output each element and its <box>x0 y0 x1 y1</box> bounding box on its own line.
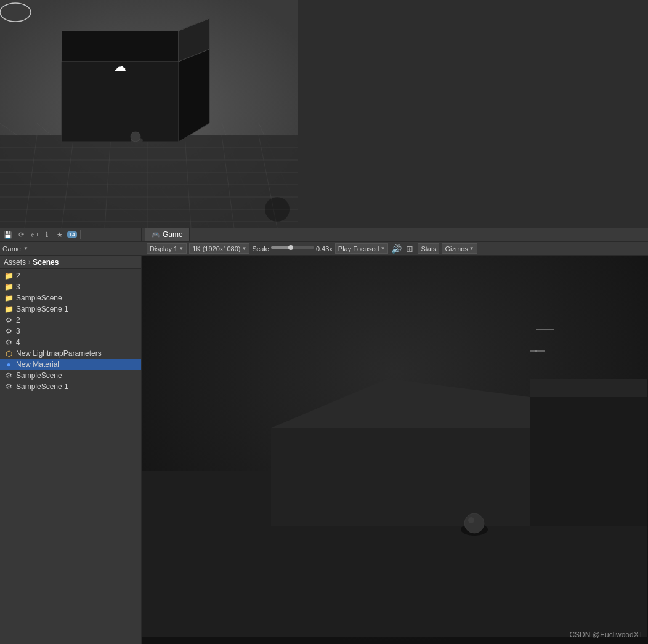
left-panel: Assets › Scenes 📁 2 📁 3 📁 SampleScene 📁 … <box>0 256 142 644</box>
svg-point-39 <box>265 197 290 222</box>
resolution-dropdown[interactable]: 1K (1920x1080) ▼ <box>189 243 249 254</box>
file-item-name: 4 <box>16 338 20 347</box>
combined-toolbar: 💾 ⟳ 🏷 ℹ ★ 14 🎮 Game <box>0 228 648 242</box>
grid-icon[interactable]: ⊞ <box>404 243 415 254</box>
info-icon[interactable]: ℹ <box>41 229 52 240</box>
svg-point-51 <box>468 517 474 523</box>
file-item-name: SampleScene 1 <box>16 382 68 391</box>
file-item-name: SampleScene 1 <box>16 305 68 313</box>
display-arrow: ▼ <box>179 246 184 251</box>
right-panel: CSDN @EucliwoodXT <box>142 256 648 644</box>
file-item-name: 3 <box>16 283 20 291</box>
svg-marker-44 <box>271 428 530 526</box>
svg-point-50 <box>464 513 484 533</box>
resolution-label: 1K (1920x1080) <box>192 245 240 252</box>
breadcrumb-sep: › <box>28 259 30 265</box>
list-item[interactable]: ⚙ SampleScene 1 <box>0 381 141 392</box>
slider-fill <box>271 246 290 249</box>
list-item[interactable]: ⚙ SampleScene <box>0 370 141 381</box>
badge-count: 14 <box>67 231 77 238</box>
game-tab-label: Game <box>163 230 183 239</box>
play-focused-button[interactable]: Play Focused ▼ <box>335 243 389 254</box>
file-item-name: New LightmapParameters <box>16 349 102 358</box>
settings-icon: ⚙ <box>4 337 14 347</box>
game-toolbar: Game ▼ Display 1 ▼ 1K (1920x1080) ▼ Scal… <box>0 242 648 256</box>
scale-slider[interactable] <box>271 246 314 251</box>
top-section: ☁ <box>0 0 648 228</box>
list-item[interactable]: 📁 2 <box>0 270 141 281</box>
file-item-name: SampleScene <box>16 371 62 380</box>
file-item-name: New Material <box>16 360 59 369</box>
scale-value: 0.43x <box>316 245 333 252</box>
toolbar-left: 💾 ⟳ 🏷 ℹ ★ 14 <box>0 228 142 241</box>
list-item[interactable]: ⚙ 4 <box>0 337 141 348</box>
save-icon[interactable]: 💾 <box>2 229 14 240</box>
folder-icon: 📁 <box>4 293 14 303</box>
svg-marker-32 <box>62 31 179 62</box>
svg-marker-47 <box>530 379 647 397</box>
refresh-icon[interactable]: ⟳ <box>15 229 26 240</box>
folder-icon: 📁 <box>4 271 14 281</box>
settings-icon: ⚙ <box>4 315 14 325</box>
display-label: Display 1 <box>150 245 177 252</box>
scale-area: Scale 0.43x <box>252 245 332 252</box>
audio-icon[interactable]: 🔊 <box>391 243 402 254</box>
list-item-selected[interactable]: ● New Material <box>0 359 141 370</box>
bookmark-icon[interactable]: 🏷 <box>28 229 39 240</box>
list-item[interactable]: ⚙ 2 <box>0 315 141 326</box>
main-section: Assets › Scenes 📁 2 📁 3 📁 SampleScene 📁 … <box>0 256 648 644</box>
more-options-icon[interactable]: ⋯ <box>480 243 491 254</box>
folder-icon: 📁 <box>4 304 14 314</box>
scale-label: Scale <box>252 245 269 252</box>
file-item-name: 2 <box>16 272 20 280</box>
svg-rect-41 <box>298 0 648 228</box>
game-viewport-top <box>298 0 648 228</box>
list-item[interactable]: 📁 SampleScene 1 <box>0 304 141 315</box>
gizmos-label: Gizmos <box>445 245 468 252</box>
scene-viewport[interactable]: ☁ <box>0 0 298 228</box>
game-tab-icon: 🎮 <box>152 231 160 239</box>
list-item[interactable]: ⚙ 3 <box>0 326 141 337</box>
game-toolbar-right: Display 1 ▼ 1K (1920x1080) ▼ Scale 0.43x… <box>147 243 646 254</box>
material-icon: ● <box>4 360 14 369</box>
play-focused-label: Play Focused <box>338 245 379 252</box>
stats-label: Stats <box>421 245 436 252</box>
list-item[interactable]: 📁 3 <box>0 281 141 292</box>
toolbar-right: 🎮 Game <box>142 228 648 241</box>
gizmos-button[interactable]: Gizmos ▼ <box>442 243 477 254</box>
list-item[interactable]: 📁 SampleScene <box>0 292 141 304</box>
scene-icon: ⚙ <box>4 371 14 380</box>
breadcrumb: Assets › Scenes <box>0 256 141 269</box>
svg-marker-33 <box>62 62 179 142</box>
game-label: Game <box>2 245 21 252</box>
star-icon[interactable]: ★ <box>54 229 65 240</box>
scene-icon: ⚙ <box>4 382 14 392</box>
svg-text:☁: ☁ <box>114 60 126 73</box>
file-item-name: SampleScene <box>16 294 62 302</box>
game-toolbar-left: Game ▼ <box>2 245 144 252</box>
dropdown-arrow-game: ▼ <box>23 246 28 251</box>
svg-marker-46 <box>530 379 647 526</box>
game-view-bottom[interactable]: CSDN @EucliwoodXT <box>142 256 648 644</box>
play-focused-arrow: ▼ <box>380 246 385 251</box>
folder-icon: 📁 <box>4 282 14 292</box>
file-item-name: 3 <box>16 327 20 336</box>
breadcrumb-scenes[interactable]: Scenes <box>33 258 59 267</box>
slider-thumb[interactable] <box>288 245 293 250</box>
gizmos-arrow: ▼ <box>469 246 474 251</box>
file-list: 📁 2 📁 3 📁 SampleScene 📁 SampleScene 1 ⚙ … <box>0 269 141 644</box>
separator <box>80 230 81 239</box>
resolution-arrow: ▼ <box>241 246 246 251</box>
stats-button[interactable]: Stats <box>418 243 439 254</box>
settings-icon: ⚙ <box>4 326 14 336</box>
svg-marker-17 <box>0 135 298 228</box>
breadcrumb-assets[interactable]: Assets <box>4 258 26 267</box>
game-tab[interactable]: 🎮 Game <box>145 228 190 241</box>
lightmap-icon: ⬡ <box>4 348 14 358</box>
list-item[interactable]: ⬡ New LightmapParameters <box>0 348 141 359</box>
svg-point-38 <box>131 132 140 142</box>
display-dropdown[interactable]: Display 1 ▼ <box>147 243 187 254</box>
file-item-name: 2 <box>16 316 20 324</box>
